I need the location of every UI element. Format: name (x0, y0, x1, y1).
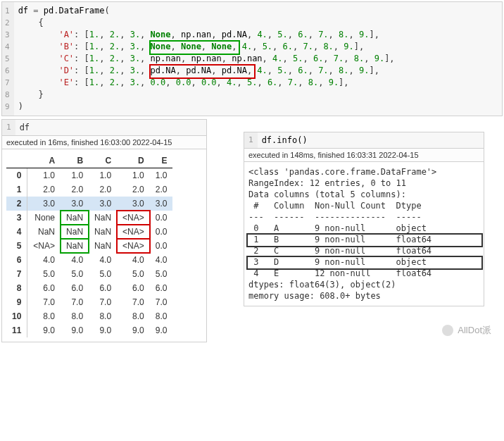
cell: <NA> (117, 239, 150, 253)
cell: 7.0 (150, 295, 173, 309)
watermark: AllDot派 (442, 324, 491, 337)
cell: 0.0 (150, 211, 173, 225)
cell: 4.0 (89, 253, 117, 267)
info-highlight-red (246, 256, 483, 270)
cell: 2.0 (89, 182, 117, 197)
table-row: 64.04.04.04.04.0 (6, 253, 172, 267)
line-number: 1 (244, 132, 258, 148)
cell: 9.0 (117, 323, 150, 337)
cell: 8.0 (117, 309, 150, 323)
cell: <NA> (117, 225, 150, 239)
cell: 8.0 (150, 309, 173, 323)
cell: 1.0 (61, 168, 89, 183)
cell: NaN (61, 225, 89, 239)
cell: 9.0 (27, 323, 61, 337)
cell: NaN (27, 225, 61, 239)
info-output: <class 'pandas.core.frame.DataFrame'> Ra… (244, 162, 484, 306)
col-header: C (89, 154, 117, 168)
cell: 5.0 (27, 267, 61, 281)
row-index: 1 (6, 182, 27, 197)
row-index: 9 (6, 295, 27, 309)
cell: 5.0 (150, 267, 173, 281)
table-row: 01.01.01.01.01.0 (6, 168, 172, 183)
col-header (6, 154, 27, 168)
row-index: 4 (6, 225, 27, 239)
dataframe-table: ABCDE01.01.01.01.01.012.02.02.02.02.023.… (6, 154, 172, 337)
table-row: 12.02.02.02.02.0 (6, 182, 172, 197)
cell: NaN (61, 239, 89, 253)
cell: 4.0 (27, 253, 61, 267)
table-row: 97.07.07.07.07.0 (6, 295, 172, 309)
row-index: 10 (6, 309, 27, 323)
cell: 3.0 (89, 197, 117, 211)
cell: 9.0 (150, 323, 173, 337)
row-index: 0 (6, 168, 27, 183)
cell: 0.0 (150, 239, 173, 253)
row-index: 6 (6, 253, 27, 267)
cell: <NA> (117, 211, 150, 225)
cell: 3.0 (117, 197, 150, 211)
row-index: 11 (6, 323, 27, 337)
output-df-info: 1 df.info() executed in 148ms, finished … (244, 132, 484, 306)
cell: 7.0 (27, 295, 61, 309)
exec-status: executed in 148ms, finished 16:03:31 202… (244, 149, 484, 162)
table-row: 75.05.05.05.05.0 (6, 267, 172, 281)
table-row: 3NoneNaNNaN<NA>0.0 (6, 211, 172, 225)
cell: 7.0 (117, 295, 150, 309)
cell: 8.0 (61, 309, 89, 323)
cell: 2.0 (27, 182, 61, 197)
cell: 4.0 (150, 253, 173, 267)
cell: 5.0 (89, 267, 117, 281)
cell: 6.0 (27, 281, 61, 295)
cell: 6.0 (89, 281, 117, 295)
cell: 6.0 (117, 281, 150, 295)
cell: None (27, 211, 61, 225)
cell: 4.0 (61, 253, 89, 267)
cell: 3.0 (27, 197, 61, 211)
output-df-table: 1 df executed in 16ms, finished 16:03:00… (1, 119, 207, 342)
exec-status: executed in 16ms, finished 16:03:00 2022… (2, 136, 206, 149)
col-header: B (61, 154, 89, 168)
cell: 2.0 (117, 182, 150, 197)
row-index: 2 (6, 197, 27, 211)
cell: 9.0 (89, 323, 117, 337)
row-index: 3 (6, 211, 27, 225)
table-row: 23.03.03.03.03.0 (6, 197, 172, 211)
cell: 6.0 (61, 281, 89, 295)
cell: 0.0 (150, 225, 173, 239)
line-number: 1 (2, 120, 15, 135)
cell: 1.0 (117, 168, 150, 183)
cell: NaN (61, 211, 89, 225)
row-index: 7 (6, 267, 27, 281)
cell: NaN (89, 239, 117, 253)
cell-code[interactable]: df (15, 120, 206, 135)
col-header: E (150, 154, 173, 168)
cell: NaN (89, 225, 117, 239)
cell: 1.0 (89, 168, 117, 183)
cell: NaN (89, 211, 117, 225)
cell-code[interactable]: df.info() (258, 132, 484, 148)
cell: 6.0 (150, 281, 173, 295)
table-row: 119.09.09.09.09.0 (6, 323, 172, 337)
cell: 9.0 (61, 323, 89, 337)
cell: 8.0 (89, 309, 117, 323)
line-number-gutter: 123456789 (2, 2, 14, 116)
info-highlight-green (246, 233, 483, 247)
table-row: 5<NA>NaNNaN<NA>0.0 (6, 239, 172, 253)
cell: 1.0 (27, 168, 61, 183)
cell: 3.0 (61, 197, 89, 211)
code-content[interactable]: df = pd.DataFrame( { 'A': [1., 2., 3., N… (14, 2, 502, 116)
col-header: A (27, 154, 61, 168)
cell: 2.0 (150, 182, 173, 197)
code-cell: 123456789 df = pd.DataFrame( { 'A': [1.,… (1, 1, 503, 116)
cell: 4.0 (117, 253, 150, 267)
watermark-text: AllDot派 (458, 324, 491, 337)
cell: 5.0 (117, 267, 150, 281)
watermark-icon (442, 325, 453, 336)
table-row: 108.08.08.08.08.0 (6, 309, 172, 323)
cell: 7.0 (61, 295, 89, 309)
cell: 3.0 (150, 197, 173, 211)
table-row: 4NaNNaNNaN<NA>0.0 (6, 225, 172, 239)
cell: 8.0 (27, 309, 61, 323)
cell: <NA> (27, 239, 61, 253)
